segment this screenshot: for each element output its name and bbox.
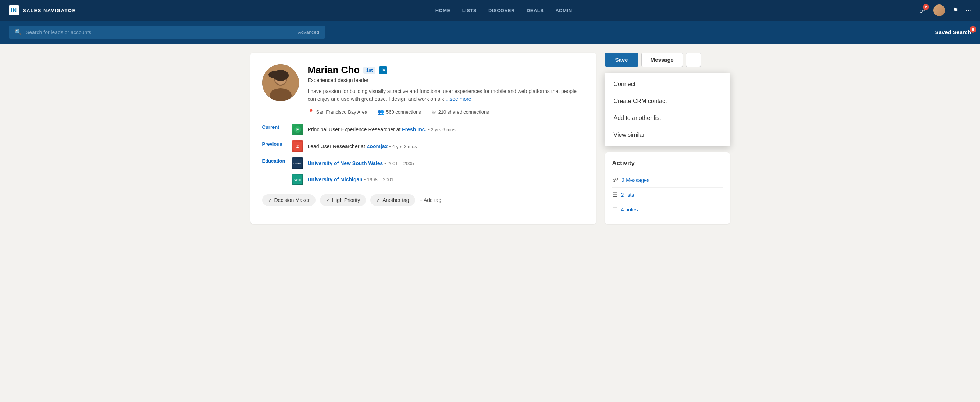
- current-row: Current F Principal User Experience Rese…: [262, 124, 584, 136]
- location-icon: 📍: [308, 109, 314, 115]
- profile-bio: I have passion for building visually att…: [308, 88, 584, 103]
- dropdown-crm[interactable]: Create CRM contact: [605, 93, 730, 110]
- previous-row: Previous Z Lead User Researcher at Zoomj…: [262, 140, 584, 152]
- education-label: Education: [262, 158, 292, 164]
- activity-title: Activity: [612, 160, 722, 167]
- education-row: Education UNSW University of New South W…: [262, 158, 584, 185]
- current-content: F Principal User Experience Researcher a…: [292, 124, 456, 136]
- svg-point-5: [269, 71, 282, 78]
- linkedin-icon: in: [9, 5, 19, 16]
- nav-admin[interactable]: ADMIN: [555, 6, 572, 15]
- lists-icon: ☰: [612, 191, 617, 198]
- shared-connections-item: ♾ 210 shared connections: [431, 109, 489, 115]
- nav-lists[interactable]: LISTS: [462, 6, 477, 15]
- current-label: Current: [262, 124, 292, 130]
- main-content: Marian Cho 1st in Experienced design lea…: [233, 44, 748, 233]
- nav-right: ☍ 2 ⚑ ∙∙∙: [920, 5, 971, 16]
- saved-search-button[interactable]: Saved Search 6: [935, 29, 971, 35]
- messages-badge: 2: [923, 4, 929, 10]
- nav-home[interactable]: HOME: [435, 6, 450, 15]
- profile-card: Marian Cho 1st in Experienced design lea…: [250, 53, 596, 224]
- tag-high-priority[interactable]: ✓ High Priority: [320, 194, 366, 206]
- app-title: Sales Navigator: [23, 8, 76, 13]
- profile-name: Marian Cho: [308, 64, 360, 76]
- school2-text: University of Michigan • 1998 – 2001: [308, 177, 394, 182]
- education-content: UNSW University of New South Wales • 200…: [292, 158, 414, 185]
- school1-content: UNSW University of New South Wales • 200…: [292, 158, 414, 169]
- action-buttons: Save Message ···: [605, 53, 730, 67]
- search-input[interactable]: [26, 29, 290, 35]
- activity-lists[interactable]: ☰ 2 lists: [612, 188, 722, 202]
- school2-content: UofM University of Michigan • 1998 – 200…: [292, 174, 414, 185]
- fresh-inc-logo: F: [292, 124, 303, 136]
- saved-search-badge: 6: [970, 26, 976, 33]
- location-item: 📍 San Francisco Bay Area: [308, 109, 368, 115]
- dropdown-menu: Connect Create CRM contact Add to anothe…: [605, 73, 730, 147]
- degree-badge: 1st: [363, 67, 375, 73]
- tags-section: ✓ Decision Maker ✓ High Priority ✓ Anoth…: [262, 194, 584, 206]
- profile-avatar: [262, 64, 299, 101]
- school1-text: University of New South Wales • 2001 – 2…: [308, 160, 414, 166]
- experience-section: Current F Principal User Experience Rese…: [262, 124, 584, 185]
- previous-label: Previous: [262, 140, 292, 147]
- previous-content: Z Lead User Researcher at Zoomjax • 4 yr…: [292, 140, 417, 152]
- messages-button[interactable]: ☍ 2: [920, 6, 926, 14]
- connections-icon: 👥: [378, 109, 384, 115]
- activity-notes[interactable]: ☐ 4 notes: [612, 202, 722, 217]
- linkedin-profile-icon[interactable]: in: [379, 66, 387, 74]
- avatar-svg: [262, 64, 299, 101]
- svg-text:Z: Z: [296, 145, 298, 148]
- dropdown-connect[interactable]: Connect: [605, 76, 730, 93]
- profile-title: Experienced design leader: [308, 77, 584, 83]
- advanced-link[interactable]: Advanced: [298, 29, 319, 35]
- add-tag-button[interactable]: + Add tag: [420, 197, 442, 203]
- zoomjax-logo: Z: [292, 140, 303, 152]
- user-avatar[interactable]: [933, 5, 945, 16]
- profile-info: Marian Cho 1st in Experienced design lea…: [308, 64, 584, 115]
- grid-icon[interactable]: ∙∙∙: [966, 6, 971, 14]
- top-nav: in Sales Navigator HOME LISTS DISCOVER D…: [0, 0, 980, 21]
- nav-logo[interactable]: in Sales Navigator: [9, 5, 76, 16]
- right-panel: Save Message ··· Connect Create CRM cont…: [605, 53, 730, 224]
- dropdown-add-list[interactable]: Add to another list: [605, 110, 730, 126]
- check-icon-1: ✓: [268, 198, 272, 203]
- notes-icon: ☐: [612, 206, 617, 213]
- nav-links: HOME LISTS DISCOVER DEALS ADMIN: [88, 6, 920, 15]
- dropdown-view-similar[interactable]: View similar: [605, 126, 730, 144]
- nav-discover[interactable]: DISCOVER: [488, 6, 515, 15]
- avatar-image: [933, 5, 945, 16]
- svg-text:UNSW: UNSW: [293, 162, 302, 165]
- svg-text:UofM: UofM: [294, 179, 301, 181]
- profile-header: Marian Cho 1st in Experienced design lea…: [262, 64, 584, 115]
- umich-logo: UofM: [292, 174, 303, 185]
- flag-icon[interactable]: ⚑: [953, 6, 958, 14]
- svg-text:F: F: [296, 128, 298, 132]
- messages-icon: ☍: [612, 177, 618, 183]
- profile-meta: 📍 San Francisco Bay Area 👥 560 connectio…: [308, 109, 584, 115]
- activity-section: Activity ☍ 3 Messages ☰ 2 lists ☐ 4 note…: [605, 152, 730, 224]
- connections-item: 👥 560 connections: [378, 109, 421, 115]
- nav-deals[interactable]: DEALS: [527, 6, 544, 15]
- check-icon-2: ✓: [326, 198, 330, 203]
- activity-messages[interactable]: ☍ 3 Messages: [612, 173, 722, 188]
- current-exp-text: Principal User Experience Researcher at …: [308, 126, 456, 132]
- search-bar-area: 🔍 Advanced Saved Search 6: [0, 21, 980, 44]
- tag-decision-maker[interactable]: ✓ Decision Maker: [262, 194, 315, 206]
- search-icon: 🔍: [15, 29, 22, 36]
- see-more-link[interactable]: ...see more: [446, 96, 471, 102]
- more-options-button[interactable]: ···: [686, 53, 701, 67]
- save-button[interactable]: Save: [605, 53, 638, 67]
- previous-exp-text: Lead User Researcher at Zoomjax • 4 yrs …: [308, 144, 417, 149]
- profile-name-row: Marian Cho 1st in: [308, 64, 584, 76]
- check-icon-3: ✓: [376, 198, 380, 203]
- tag-another[interactable]: ✓ Another tag: [370, 194, 415, 206]
- message-button[interactable]: Message: [641, 53, 683, 67]
- search-box: 🔍 Advanced: [9, 26, 325, 38]
- unsw-logo: UNSW: [292, 158, 303, 169]
- shared-icon: ♾: [431, 109, 436, 115]
